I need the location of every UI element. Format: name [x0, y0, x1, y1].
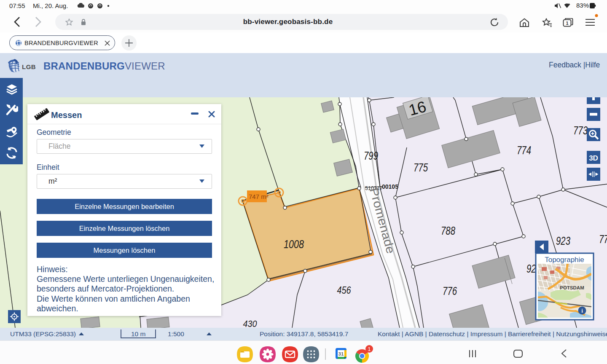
svg-text:00105: 00105 — [382, 183, 398, 190]
svg-text:788: 788 — [441, 224, 455, 237]
svg-text:773: 773 — [573, 124, 588, 137]
svg-text:776: 776 — [443, 284, 457, 297]
svg-text:3D: 3D — [589, 154, 598, 162]
svg-text:799: 799 — [364, 149, 378, 162]
svg-text:430: 430 — [243, 318, 258, 328]
svg-text:774: 774 — [517, 144, 531, 157]
svg-text:1: 1 — [368, 346, 371, 352]
svg-text:779: 779 — [599, 233, 607, 246]
svg-text:1008: 1008 — [284, 238, 304, 251]
svg-text:775: 775 — [414, 161, 428, 174]
svg-text:i: i — [581, 308, 583, 314]
svg-text:POTSDAM: POTSDAM — [560, 285, 584, 290]
svg-text:747 m²: 747 m² — [249, 193, 269, 200]
svg-text:923: 923 — [556, 234, 570, 247]
svg-text:Topographie: Topographie — [545, 256, 584, 264]
svg-text:1: 1 — [566, 21, 568, 26]
svg-text:456: 456 — [337, 284, 352, 296]
svg-text:31: 31 — [338, 351, 344, 356]
